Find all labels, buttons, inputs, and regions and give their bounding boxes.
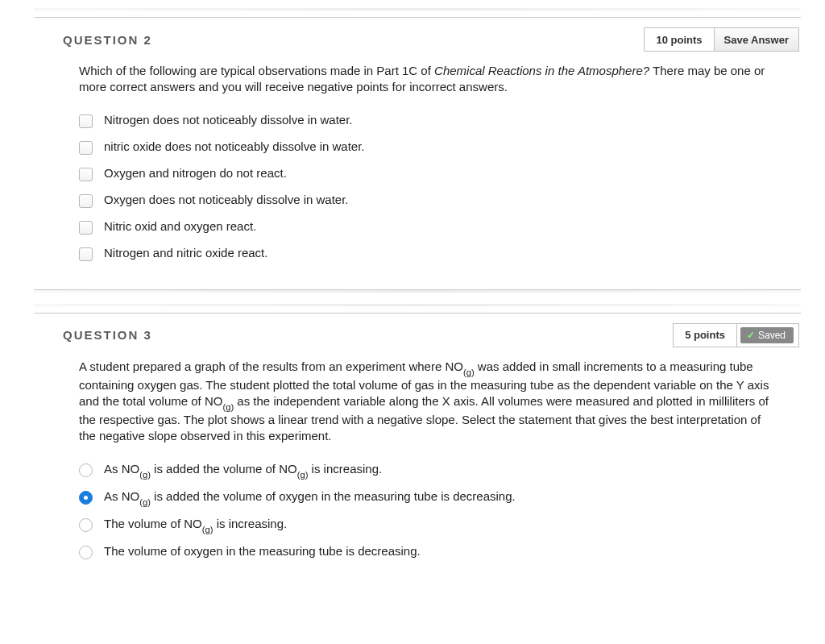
- option-label: Oxygen and nitrogen do not react.: [104, 166, 287, 180]
- question-title: QUESTION 2: [63, 33, 644, 47]
- option-row: Oxygen and nitrogen do not react.: [79, 160, 772, 187]
- checkbox-input[interactable]: [79, 114, 93, 128]
- question-header: QUESTION 3 5 points ✓ Saved: [34, 314, 801, 359]
- spacer: [0, 293, 825, 304]
- block-shadow: [34, 290, 801, 293]
- option-label: Oxygen does not noticeably dissolve in w…: [104, 193, 349, 206]
- checkbox-input[interactable]: [79, 221, 93, 235]
- points-label: 10 points: [645, 28, 714, 51]
- save-answer-button[interactable]: Save Answer: [715, 28, 798, 51]
- question-prompt: Which of the following are typical obser…: [79, 63, 772, 96]
- radio-input[interactable]: [79, 491, 93, 505]
- option-row: As NO(g) is added the volume of NO(g) is…: [79, 456, 772, 484]
- block-shadow: [34, 8, 801, 10]
- question-body: Which of the following are typical obser…: [34, 63, 801, 289]
- option-row: Nitric oxid and oxygen react.: [79, 214, 772, 240]
- option-label: Nitrogen does not noticeably dissolve in…: [104, 113, 353, 127]
- option-row: The volume of oxygen in the measuring tu…: [79, 538, 772, 565]
- checkbox-input[interactable]: [79, 168, 93, 181]
- question-header: QUESTION 2 10 points Save Answer: [34, 18, 801, 63]
- checkbox-input[interactable]: [79, 247, 93, 261]
- check-icon: ✓: [747, 330, 755, 341]
- option-row: nitric oxide does not noticeably dissolv…: [79, 134, 772, 160]
- option-label: nitric oxide does not noticeably dissolv…: [104, 139, 365, 153]
- radio-input[interactable]: [79, 546, 93, 559]
- question-title: QUESTION 3: [63, 328, 673, 342]
- quiz-page: QUESTION 2 10 points Save Answer Which o…: [0, 0, 825, 620]
- saved-badge: ✓ Saved: [740, 327, 794, 343]
- option-row: Nitrogen and nitric oxide react.: [79, 240, 772, 267]
- points-label: 5 points: [674, 324, 737, 347]
- option-label: As NO(g) is added the volume of NO(g) is…: [104, 462, 382, 478]
- option-label: The volume of NO(g) is increasing.: [104, 517, 287, 533]
- question-block-2: QUESTION 2 10 points Save Answer Which o…: [34, 17, 801, 289]
- option-label: Nitric oxid and oxygen react.: [104, 219, 256, 233]
- option-label: Nitrogen and nitric oxide react.: [104, 246, 267, 260]
- question-body: A student prepared a graph of the result…: [34, 359, 801, 588]
- option-row: Oxygen does not noticeably dissolve in w…: [79, 187, 772, 214]
- points-save-box: 10 points Save Answer: [644, 27, 799, 52]
- checkbox-input[interactable]: [79, 141, 93, 155]
- option-row: Nitrogen does not noticeably dissolve in…: [79, 107, 772, 134]
- checkbox-input[interactable]: [79, 194, 93, 208]
- option-label: As NO(g) is added the volume of oxygen i…: [104, 489, 516, 505]
- option-row: As NO(g) is added the volume of oxygen i…: [79, 484, 772, 511]
- points-save-box: 5 points ✓ Saved: [673, 323, 799, 347]
- question-block-3: QUESTION 3 5 points ✓ Saved A student pr…: [34, 313, 801, 588]
- radio-input[interactable]: [79, 518, 93, 532]
- question-prompt: A student prepared a graph of the result…: [79, 359, 772, 445]
- saved-label: Saved: [758, 330, 786, 341]
- option-label: The volume of oxygen in the measuring tu…: [104, 544, 421, 558]
- block-shadow: [34, 304, 801, 306]
- radio-input[interactable]: [79, 463, 93, 477]
- option-row: The volume of NO(g) is increasing.: [79, 511, 772, 538]
